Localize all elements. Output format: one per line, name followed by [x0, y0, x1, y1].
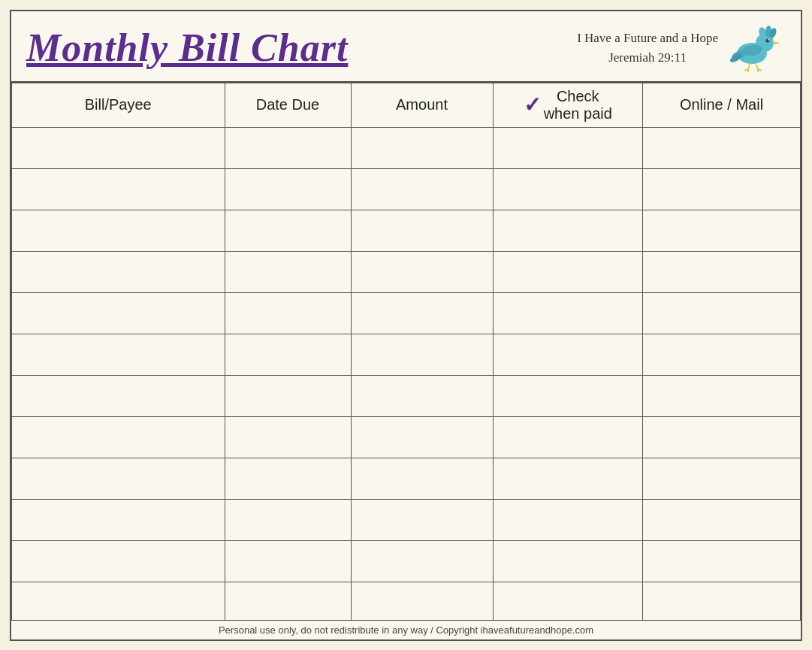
table-cell[interactable] [351, 416, 493, 458]
table-cell[interactable] [351, 540, 493, 582]
table-cell[interactable] [493, 251, 643, 292]
table-cell[interactable] [225, 334, 351, 375]
header-subtitle: I Have a Future and a Hope Jeremiah 29:1… [577, 29, 718, 67]
table-cell[interactable] [643, 168, 801, 210]
table-cell[interactable] [12, 375, 225, 416]
col-header-bill: Bill/Payee [12, 83, 225, 127]
table-cell[interactable] [493, 416, 643, 458]
footer: Personal use only, do not redistribute i… [11, 620, 801, 639]
table-cell[interactable] [351, 458, 493, 499]
table-cell[interactable] [643, 582, 801, 620]
table-cell[interactable] [643, 334, 801, 375]
table-body [12, 127, 801, 620]
table-cell[interactable] [12, 251, 225, 292]
table-cell[interactable] [225, 127, 351, 168]
svg-line-11 [756, 63, 758, 69]
header: Monthly Bill Chart I Have a Future and a… [11, 11, 801, 83]
table-cell[interactable] [12, 334, 225, 375]
table-cell[interactable] [225, 251, 351, 292]
table-row[interactable] [12, 540, 801, 582]
table-cell[interactable] [643, 458, 801, 499]
col-header-check: ✓ Checkwhen paid [493, 83, 643, 127]
svg-marker-2 [773, 41, 780, 45]
table-cell[interactable] [643, 251, 801, 292]
table-cell[interactable] [643, 292, 801, 334]
table-cell[interactable] [351, 499, 493, 540]
table-row[interactable] [12, 499, 801, 540]
footer-text: Personal use only, do not redistribute i… [219, 624, 593, 636]
table-row[interactable] [12, 582, 801, 620]
table-cell[interactable] [493, 540, 643, 582]
table-cell[interactable] [225, 292, 351, 334]
table-cell[interactable] [493, 375, 643, 416]
table-cell[interactable] [643, 499, 801, 540]
table-cell[interactable] [643, 127, 801, 168]
table-container: Bill/Payee Date Due Amount ✓ Checkwhen p… [11, 83, 801, 620]
table-cell[interactable] [493, 334, 643, 375]
table-row[interactable] [12, 127, 801, 168]
table-cell[interactable] [351, 334, 493, 375]
table-row[interactable] [12, 416, 801, 458]
svg-line-8 [748, 63, 750, 69]
table-cell[interactable] [225, 416, 351, 458]
table-cell[interactable] [493, 582, 643, 620]
page-title: Monthly Bill Chart [26, 26, 348, 70]
svg-point-4 [768, 39, 769, 41]
table-cell[interactable] [12, 582, 225, 620]
table-cell[interactable] [643, 210, 801, 251]
table-cell[interactable] [643, 416, 801, 458]
col-header-online: Online / Mail [643, 83, 801, 127]
table-cell[interactable] [12, 127, 225, 168]
page: Monthly Bill Chart I Have a Future and a… [10, 10, 802, 641]
bird-icon [726, 22, 786, 74]
table-cell[interactable] [643, 540, 801, 582]
table-cell[interactable] [493, 458, 643, 499]
checkmark-icon: ✓ [524, 95, 541, 116]
table-cell[interactable] [225, 168, 351, 210]
table-cell[interactable] [351, 210, 493, 251]
table-cell[interactable] [12, 292, 225, 334]
table-cell[interactable] [351, 251, 493, 292]
table-row[interactable] [12, 168, 801, 210]
table-cell[interactable] [493, 210, 643, 251]
table-cell[interactable] [12, 416, 225, 458]
table-cell[interactable] [225, 210, 351, 251]
table-row[interactable] [12, 375, 801, 416]
col-header-amount: Amount [351, 83, 493, 127]
table-cell[interactable] [493, 292, 643, 334]
table-cell[interactable] [493, 168, 643, 210]
table-cell[interactable] [643, 375, 801, 416]
table-cell[interactable] [351, 168, 493, 210]
table-row[interactable] [12, 334, 801, 375]
table-cell[interactable] [493, 127, 643, 168]
table-header-row: Bill/Payee Date Due Amount ✓ Checkwhen p… [12, 83, 801, 127]
table-cell[interactable] [225, 458, 351, 499]
table-row[interactable] [12, 458, 801, 499]
bill-chart-table: Bill/Payee Date Due Amount ✓ Checkwhen p… [11, 83, 801, 620]
table-cell[interactable] [12, 540, 225, 582]
table-row[interactable] [12, 251, 801, 292]
table-cell[interactable] [12, 210, 225, 251]
col-header-date: Date Due [225, 83, 351, 127]
table-cell[interactable] [493, 499, 643, 540]
table-cell[interactable] [12, 499, 225, 540]
table-cell[interactable] [225, 582, 351, 620]
table-cell[interactable] [351, 127, 493, 168]
table-cell[interactable] [225, 375, 351, 416]
table-cell[interactable] [351, 582, 493, 620]
table-cell[interactable] [225, 499, 351, 540]
table-cell[interactable] [351, 292, 493, 334]
table-cell[interactable] [12, 168, 225, 210]
table-row[interactable] [12, 292, 801, 334]
table-row[interactable] [12, 210, 801, 251]
table-cell[interactable] [351, 375, 493, 416]
header-right: I Have a Future and a Hope Jeremiah 29:1… [577, 22, 786, 74]
table-cell[interactable] [225, 540, 351, 582]
table-cell[interactable] [12, 458, 225, 499]
